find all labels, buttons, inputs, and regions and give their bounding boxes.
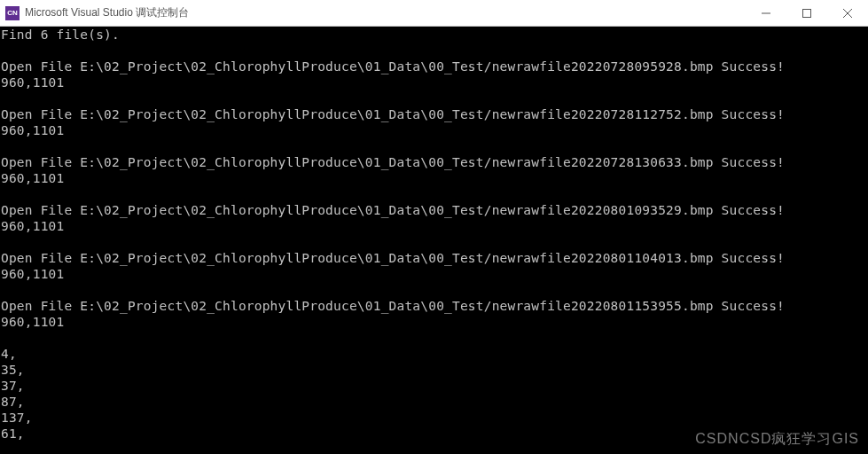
maximize-button[interactable] <box>786 0 827 27</box>
window-controls <box>746 0 868 27</box>
console-output[interactable]: Find 6 file(s). Open File E:\02_Project\… <box>0 27 868 454</box>
title-bar: CN Microsoft Visual Studio 调试控制台 <box>0 0 868 27</box>
minimize-button[interactable] <box>746 0 786 27</box>
app-icon: CN <box>5 6 20 20</box>
window-title: Microsoft Visual Studio 调试控制台 <box>25 5 746 20</box>
close-button[interactable] <box>827 0 868 27</box>
svg-rect-1 <box>803 9 811 17</box>
